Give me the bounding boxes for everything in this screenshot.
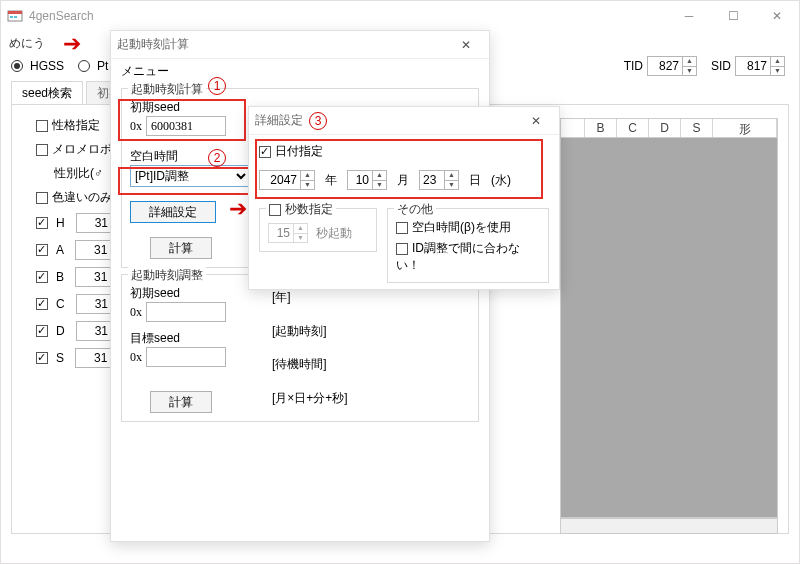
chk-seconds[interactable] <box>269 204 281 216</box>
main-titlebar: 4genSearch ─ ☐ ✕ <box>1 1 799 31</box>
lbl-s: S <box>56 351 64 365</box>
lbl-b: B <box>56 270 64 284</box>
detail-settings-button[interactable]: 詳細設定 <box>130 201 216 223</box>
main-title: 4genSearch <box>29 9 94 23</box>
dialog-detail: 詳細設定 3 ✕ 日付指定 ▲▼ 年 ▲▼ 月 ▲▼ 日 (水) 秒数指定 ▲▼… <box>248 106 560 290</box>
dialog2-title: 詳細設定 <box>255 112 303 129</box>
chk-b[interactable] <box>36 271 48 283</box>
lbl-seikaku: 性格指定 <box>52 118 100 132</box>
chk-meromero[interactable] <box>36 144 48 156</box>
sid-label: SID <box>711 59 731 73</box>
lbl-sec-run: 秒起動 <box>316 225 352 242</box>
callout-1 <box>118 99 246 141</box>
chk-s[interactable] <box>36 352 48 364</box>
close-button[interactable]: ✕ <box>755 1 799 31</box>
lbl-h: H <box>56 216 65 230</box>
chk-date[interactable] <box>259 146 271 158</box>
dialog2-titlebar: 詳細設定 3 ✕ <box>249 107 559 135</box>
lbl-c: C <box>56 297 65 311</box>
lbl-beta: 空白時間(β)を使用 <box>412 220 511 234</box>
col-kata[interactable]: 形 <box>713 119 777 137</box>
lbl-seibetsu: 性別比(♂ <box>54 166 103 180</box>
col-d[interactable]: D <box>649 119 681 137</box>
maximize-button[interactable]: ☐ <box>711 1 755 31</box>
scrollbar-horizontal[interactable] <box>560 518 778 534</box>
chk-d[interactable] <box>36 325 48 337</box>
grid-body[interactable] <box>560 138 778 518</box>
lbl-d: D <box>56 324 65 338</box>
app-icon <box>7 8 23 24</box>
chk-c[interactable] <box>36 298 48 310</box>
chk-h[interactable] <box>36 217 48 229</box>
dialog1-title: 起動時刻計算 <box>117 36 189 53</box>
callout-2 <box>118 167 256 195</box>
dialog1-menu[interactable]: メニュー <box>121 63 479 80</box>
out-waittime: [待機時間] <box>272 348 348 382</box>
tab-seed[interactable]: seed検索 <box>11 81 83 105</box>
dialog1-titlebar: 起動時刻計算 ✕ <box>111 31 489 59</box>
badge-3: 3 <box>309 112 327 130</box>
radio-pt-label: Pt <box>97 59 108 73</box>
group-seconds: 秒数指定 ▲▼ 秒起動 <box>259 208 377 252</box>
group-other: その他 空白時間(β)を使用 ID調整で間に合わない！ <box>387 208 549 283</box>
calc-button-2[interactable]: 計算 <box>150 391 212 413</box>
col-c[interactable]: C <box>617 119 649 137</box>
dialog2-close[interactable]: ✕ <box>519 114 553 128</box>
svg-rect-2 <box>10 16 13 18</box>
target-seed-input[interactable] <box>146 347 226 367</box>
menu-item[interactable]: めにう <box>9 35 45 52</box>
group-adjust: 起動時刻調整 初期seed 0x 目標seed 0x [年] [起動時刻] [待… <box>121 274 479 422</box>
radio-hgss-label: HGSS <box>30 59 64 73</box>
col-s[interactable]: S <box>681 119 713 137</box>
minimize-button[interactable]: ─ <box>667 1 711 31</box>
radio-hgss[interactable] <box>11 60 23 72</box>
chk-a[interactable] <box>36 244 48 256</box>
badge-1: 1 <box>208 77 226 95</box>
chk-idadj[interactable] <box>396 243 408 255</box>
hex-prefix3: 0x <box>130 350 142 365</box>
lbl-idadj: ID調整で間に合わない！ <box>396 241 520 272</box>
lbl-seconds: 秒数指定 <box>285 202 333 216</box>
calc-button[interactable]: 計算 <box>150 237 212 259</box>
svg-rect-3 <box>14 16 17 18</box>
hex-prefix2: 0x <box>130 305 142 320</box>
lbl-other: その他 <box>394 201 436 218</box>
chk-seikaku[interactable] <box>36 120 48 132</box>
out-starttime: [起動時刻] <box>272 315 348 349</box>
game-radio-group: HGSS Pt <box>11 59 108 73</box>
group-calc-label: 起動時刻計算 <box>128 81 206 98</box>
grid-header: B C D S 形 <box>560 118 778 138</box>
col-b[interactable]: B <box>585 119 617 137</box>
svg-rect-1 <box>8 11 22 14</box>
sid-input[interactable]: ▲▼ <box>735 56 785 76</box>
dialog1-close[interactable]: ✕ <box>449 38 483 52</box>
lbl-irochigai: 色違いのみ <box>52 190 112 204</box>
out-mdms: [月×日+分+秒] <box>272 382 348 416</box>
chk-beta[interactable] <box>396 222 408 234</box>
arrow-right-icon: ➔ <box>229 196 247 221</box>
group-adjust-label: 起動時刻調整 <box>128 267 206 284</box>
chk-irochigai[interactable] <box>36 192 48 204</box>
lbl-a: A <box>56 243 64 257</box>
seconds-input: ▲▼ <box>268 223 308 243</box>
tid-label: TID <box>624 59 643 73</box>
callout-3 <box>255 139 543 199</box>
tid-input[interactable]: ▲▼ <box>647 56 697 76</box>
radio-pt[interactable] <box>78 60 90 72</box>
adj-seed-input[interactable] <box>146 302 226 322</box>
badge-2: 2 <box>208 149 226 167</box>
